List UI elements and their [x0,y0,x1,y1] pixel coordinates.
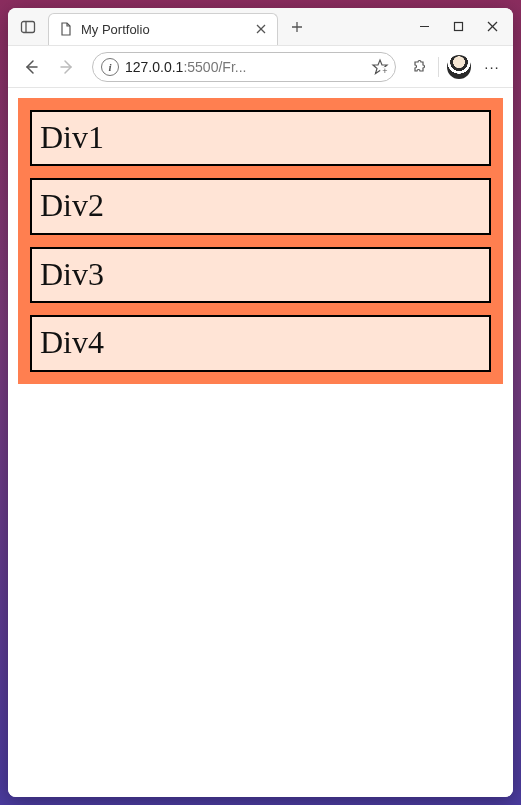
plus-badge-icon: + [380,67,390,77]
browser-tab[interactable]: My Portfolio [48,13,278,45]
extensions-button[interactable] [404,52,434,82]
back-button[interactable] [14,50,48,84]
new-tab-button[interactable] [282,12,312,42]
puzzle-icon [410,58,428,76]
toolbar: i 127.0.0.1:5500/Fr... + ··· [8,46,513,88]
site-info-button[interactable]: i [101,58,119,76]
url-host: 127.0.0.1 [125,59,183,75]
page-viewport[interactable]: Div1 Div2 Div3 Div4 [8,88,513,797]
url-port: :5500 [183,59,218,75]
toolbar-separator [438,57,439,77]
info-icon: i [108,61,111,73]
close-icon [487,21,498,32]
close-window-button[interactable] [475,13,509,41]
menu-button[interactable]: ··· [477,52,507,82]
svg-rect-0 [22,21,35,32]
browser-window: My Portfolio [8,8,513,797]
tab-close-button[interactable] [253,21,269,37]
tab-strip: My Portfolio [8,8,513,46]
minimize-icon [419,21,430,32]
div-item: Div2 [30,178,491,234]
tab-title: My Portfolio [81,22,245,37]
window-controls [407,8,509,45]
svg-rect-7 [454,23,462,31]
address-bar[interactable]: i 127.0.0.1:5500/Fr... + [92,52,396,82]
profile-avatar[interactable] [447,55,471,79]
file-icon [59,22,73,36]
div-item: Div4 [30,315,491,371]
more-icon: ··· [484,58,500,75]
maximize-icon [453,21,464,32]
arrow-left-icon [22,58,40,76]
favorite-button[interactable]: + [371,58,389,76]
div-item: Div1 [30,110,491,166]
plus-icon [291,21,303,33]
maximize-button[interactable] [441,13,475,41]
tab-actions-button[interactable] [8,19,48,35]
container-box: Div1 Div2 Div3 Div4 [18,98,503,384]
url-path: /Fr... [218,59,246,75]
close-icon [256,24,266,34]
url-text: 127.0.0.1:5500/Fr... [125,59,365,75]
arrow-right-icon [58,58,76,76]
minimize-button[interactable] [407,13,441,41]
panel-icon [20,19,36,35]
div-item: Div3 [30,247,491,303]
forward-button[interactable] [50,50,84,84]
